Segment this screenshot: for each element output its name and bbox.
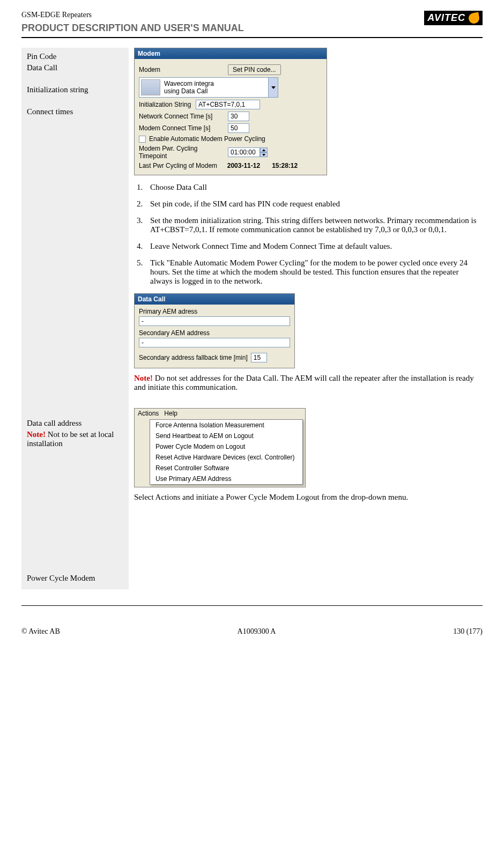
- note-do-not-set: Note! Do not set addresses for the Data …: [134, 374, 483, 392]
- menu-item-force-antenna[interactable]: Force Antenna Isolation Measurement: [150, 420, 302, 431]
- product-line: GSM-EDGE Repeaters: [21, 11, 244, 19]
- footer-docid: A1009300 A: [238, 627, 276, 636]
- modem-device-line1: Wavecom integra: [164, 80, 266, 87]
- menu-help[interactable]: Help: [164, 410, 177, 417]
- footer-copyright: © Avitec AB: [21, 627, 60, 636]
- logo-text: AVITEC: [427, 12, 465, 24]
- chevron-down-icon: [271, 86, 276, 89]
- logo: AVITEC: [424, 11, 483, 25]
- footer-divider: [21, 605, 483, 606]
- label-data-call-address: Data call address: [27, 419, 123, 428]
- fallback-time-label: Secondary address fallback time [min]: [139, 354, 248, 361]
- logo-icon: [468, 12, 480, 24]
- modem-device-icon: [141, 79, 160, 95]
- label-data-call: Data Call: [27, 63, 123, 72]
- chevron-down-icon: [262, 154, 265, 156]
- step-3: Set the modem initialization string. Thi…: [145, 216, 483, 234]
- actions-dropdown: Force Antenna Isolation Measurement Send…: [150, 419, 303, 485]
- menu-item-use-primary-aem[interactable]: Use Primary AEM Address: [150, 473, 302, 484]
- label-connect-times: Connect times: [27, 107, 123, 116]
- dropdown-arrow-button[interactable]: [268, 78, 278, 97]
- menu-item-reset-controller[interactable]: Reset Controller Software: [150, 463, 302, 473]
- step-5: Tick "Enable Automatic Modem Power Cycli…: [145, 258, 483, 286]
- label-power-cycle-modem: Power Cycle Modem: [27, 574, 123, 583]
- secondary-aem-label: Secondary AEM address: [139, 329, 290, 337]
- enable-cycling-label: Enable Automatic Modem Power Cycling: [149, 135, 265, 143]
- menu-bar: Actions Help: [135, 409, 305, 418]
- note-local-install: Note! Not to be set at local installatio…: [27, 430, 123, 448]
- step-4: Leave Network Connect Time and Modem Con…: [145, 242, 483, 251]
- menu-item-power-cycle-logout[interactable]: Power Cycle Modem on Logout: [150, 441, 302, 452]
- modem-device-dropdown[interactable]: Wavecom integra using Data Call: [139, 77, 278, 98]
- init-string-input[interactable]: [196, 100, 260, 109]
- page-header: GSM-EDGE Repeaters PRODUCT DESCRIPTION A…: [21, 11, 483, 34]
- last-cycling-time: 15:28:12: [272, 162, 298, 169]
- menu-item-send-heartbeat[interactable]: Send Heartbeat to AEM on Logout: [150, 431, 302, 441]
- margin-labels: Pin Code Data Call Initialization string…: [21, 48, 129, 589]
- modem-connect-time-label: Modem Connect Time [s]: [139, 124, 225, 132]
- label-pin-code: Pin Code: [27, 52, 123, 61]
- modem-label: Modem: [139, 66, 225, 73]
- subtitle: PRODUCT DESCRIPTION AND USER'S MANUAL: [21, 23, 244, 34]
- primary-aem-label: Primary AEM adress: [139, 308, 290, 315]
- last-cycling-label: Last Pwr Cycling of Modem: [139, 162, 217, 169]
- page-footer: © Avitec AB A1009300 A 130 (177): [21, 627, 483, 636]
- footer-page-number: 130 (177): [453, 627, 483, 636]
- menu-actions[interactable]: Actions: [138, 410, 159, 417]
- fallback-time-input[interactable]: [251, 353, 267, 362]
- data-call-panel-title: Data Call: [135, 294, 294, 305]
- step-1: Choose Data Call: [145, 183, 483, 192]
- net-connect-time-input[interactable]: [228, 112, 249, 121]
- cycling-timepoint-label: Modem Pwr. Cycling Timepoint: [139, 145, 225, 160]
- secondary-aem-input[interactable]: [139, 338, 290, 347]
- instruction-steps: Choose Data Call Set pin code, if the SI…: [145, 183, 483, 286]
- step-2: Set pin code, if the SIM card has PIN co…: [145, 199, 483, 209]
- set-pin-button[interactable]: Set PIN code...: [228, 64, 281, 75]
- last-cycling-date: 2003-11-12: [227, 162, 260, 169]
- chevron-up-icon: [262, 149, 265, 151]
- closing-instruction: Select Actions and initiate a Power Cycl…: [134, 493, 483, 502]
- spinner-down-button[interactable]: [260, 152, 268, 157]
- content-column: Modem Modem Set PIN code... Wavecom inte…: [129, 48, 483, 589]
- actions-menu-panel: Actions Help Force Antenna Isolation Mea…: [134, 408, 306, 487]
- modem-connect-time-input[interactable]: [228, 123, 249, 133]
- primary-aem-input[interactable]: [139, 316, 290, 326]
- modem-panel: Modem Modem Set PIN code... Wavecom inte…: [134, 48, 327, 175]
- modem-panel-title: Modem: [135, 48, 327, 59]
- label-init-string: Initialization string: [27, 85, 123, 94]
- cycling-timepoint-spinner[interactable]: [228, 147, 268, 157]
- net-connect-time-label: Network Connect Time [s]: [139, 113, 225, 120]
- main-grid: Pin Code Data Call Initialization string…: [21, 48, 483, 589]
- init-string-label: Initialization String: [139, 101, 192, 108]
- modem-device-line2: using Data Call: [164, 87, 266, 95]
- menu-item-reset-hardware[interactable]: Reset Active Hardware Devices (excl. Con…: [150, 452, 302, 463]
- spinner-up-button[interactable]: [260, 147, 268, 152]
- cycling-timepoint-input[interactable]: [228, 147, 260, 157]
- header-divider: [21, 37, 483, 38]
- data-call-panel: Data Call Primary AEM adress Secondary A…: [134, 293, 295, 368]
- enable-cycling-checkbox[interactable]: [139, 136, 146, 143]
